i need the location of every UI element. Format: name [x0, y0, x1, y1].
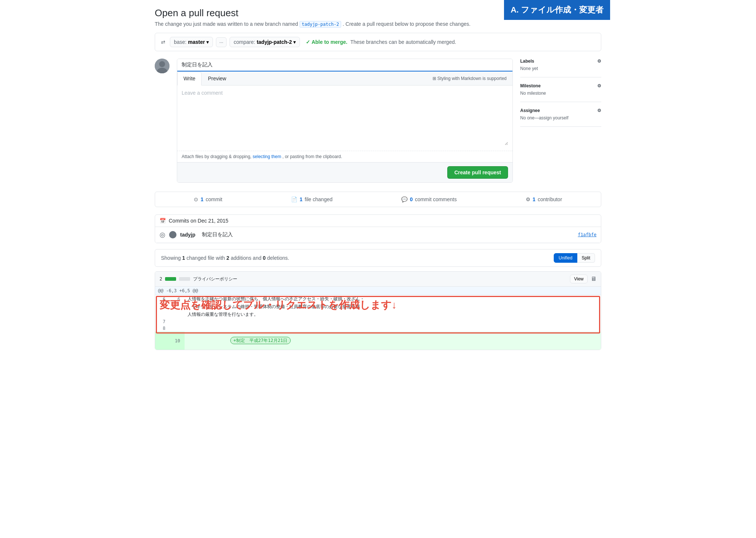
- pr-attach-area: Attach files by dragging & dropping, sel…: [177, 151, 512, 162]
- table-row: 、セキュリティシステムの維持・管理体制の整備・社員教育の徹底等の必要な措置を講: [155, 303, 601, 311]
- pr-title-input[interactable]: [177, 59, 512, 71]
- gear-icon-labels[interactable]: ⚙: [597, 59, 601, 64]
- tab-preview[interactable]: Preview: [202, 71, 232, 85]
- diff-table: 6 6 人情報を正確かつ最新の状態に保ち、個人情報への不正アクセス・紛失・破損・…: [155, 295, 601, 350]
- page-subtitle: The change you just made was written to …: [155, 21, 601, 27]
- pr-sidebar: Labels ⚙ None yet Milestone ⚙ No milesto…: [520, 59, 601, 183]
- commit-author: tadyjp: [180, 232, 195, 238]
- stat-commits: ⊙ 1 commit: [194, 196, 222, 202]
- monitor-icon[interactable]: 🖥: [591, 276, 596, 282]
- sidebar-labels-value: None yet: [520, 66, 601, 71]
- file-summary-bar: Showing 1 changed file with 2 additions …: [155, 249, 601, 267]
- stats-bar: ⊙ 1 commit 📄 1 file changed 💬 0 commit c…: [155, 192, 601, 207]
- pr-form: Write Preview ⊞ Styling with Markdown is…: [177, 59, 513, 183]
- markdown-label: ⊞ Styling with Markdown is supported: [427, 71, 512, 85]
- calendar-icon: 📅: [160, 218, 166, 224]
- pr-comment-area: [177, 85, 512, 151]
- unified-view-button[interactable]: Unified: [554, 253, 577, 263]
- comments-link[interactable]: 0: [410, 196, 413, 202]
- chevron-down-icon-2: ▾: [293, 39, 296, 45]
- sync-icon: ⇄: [161, 39, 165, 45]
- chevron-down-icon: ▾: [206, 39, 209, 45]
- file-stat-icon: 📄: [291, 196, 297, 202]
- pr-submit-row: Create pull request: [177, 162, 512, 182]
- base-branch-selector[interactable]: base: master ▾: [170, 37, 213, 47]
- contributor-stat-icon: ⚙: [526, 196, 531, 202]
- pr-tabs: Write Preview ⊞ Styling with Markdown is…: [177, 71, 512, 85]
- file-summary-text: Showing 1 changed file with 2 additions …: [161, 255, 289, 261]
- sidebar-labels-title: Labels ⚙: [520, 59, 601, 64]
- sidebar-milestone: Milestone ⚙ No milestone: [520, 77, 601, 102]
- diff-hunk-header: @@ -6,3 +6,5 @@: [155, 287, 601, 295]
- commits-section: 📅 Commits on Dec 21, 2015 ◎ tadyjp 制定日を記…: [155, 214, 601, 243]
- comment-stat-icon: 💬: [401, 196, 407, 202]
- neutral-bar: [179, 277, 190, 281]
- additions-bar: [165, 277, 176, 281]
- file-diff: 2 プライバシーポリシー View 🖥 @@ -6,3 +6,5 @@: [155, 271, 601, 350]
- sidebar-milestone-value: No milestone: [520, 91, 601, 96]
- split-view-button[interactable]: Split: [577, 253, 595, 263]
- commit-avatar: [169, 231, 176, 238]
- file-diff-name: 2 プライバシーポリシー: [160, 276, 237, 282]
- commits-link[interactable]: 1: [200, 196, 203, 202]
- view-file-button[interactable]: View: [570, 275, 588, 283]
- gear-icon-milestone[interactable]: ⚙: [597, 83, 601, 88]
- avatar: [155, 59, 169, 73]
- stat-contributors: ⚙ 1 contributor: [526, 196, 562, 202]
- merge-desc: These branches can be automatically merg…: [350, 39, 456, 45]
- commit-message: 制定日を記入: [202, 231, 574, 238]
- top-right-banner: A. ファイル作成・変更者: [504, 0, 610, 20]
- stat-comments: 💬 0 commit comments: [401, 196, 456, 202]
- files-link[interactable]: 1: [300, 196, 302, 202]
- contributors-link[interactable]: 1: [533, 196, 536, 202]
- tab-write[interactable]: Write: [177, 71, 202, 85]
- sidebar-assignee-title: Assignee ⚙: [520, 108, 601, 113]
- table-row: 7: [155, 318, 601, 325]
- pr-comment-textarea[interactable]: [182, 90, 508, 145]
- sidebar-labels: Labels ⚙ None yet: [520, 59, 601, 77]
- pr-form-area: Write Preview ⊞ Styling with Markdown is…: [155, 59, 601, 183]
- file-diff-header: 2 プライバシーポリシー View 🖥: [155, 272, 601, 287]
- table-row: 6 6 人情報を正確かつ最新の状態に保ち、個人情報への不正アクセス・紛失・破損・…: [155, 295, 601, 303]
- merge-status: ✓ Able to merge.: [306, 39, 347, 45]
- create-pr-button[interactable]: Create pull request: [447, 166, 508, 179]
- table-row: 人情報の厳重な管理を行ないます。: [155, 311, 601, 318]
- sidebar-milestone-title: Milestone ⚙: [520, 83, 601, 88]
- added-line-badge: +制定 平成27年12月21日: [230, 337, 291, 344]
- sidebar-assignee: Assignee ⚙ No one—assign yourself: [520, 102, 601, 127]
- selecting-them-link[interactable]: selecting them: [253, 154, 281, 159]
- commit-hash-link[interactable]: f1afbfe: [578, 232, 596, 237]
- commit-stat-icon: ⊙: [194, 196, 198, 202]
- branch-name-inline: tadyjp-patch-2: [300, 21, 341, 28]
- diff-rows-container: 変更点を確認してプル・リクエストを作成します↓ 6 6 人情報を正確かつ最新の状…: [155, 295, 601, 350]
- commits-header: 📅 Commits on Dec 21, 2015: [155, 215, 601, 227]
- file-name: プライバシーポリシー: [193, 276, 237, 282]
- gear-icon-assignee[interactable]: ⚙: [597, 108, 601, 113]
- file-number: 2: [160, 276, 162, 282]
- compare-branch-selector[interactable]: compare: tadyjp-patch-2 ▾: [230, 37, 300, 47]
- sidebar-assignee-value: No one—assign yourself: [520, 115, 601, 120]
- svg-point-1: [159, 61, 165, 67]
- commit-dot-icon: ◎: [160, 231, 165, 239]
- commit-row: ◎ tadyjp 制定日を記入 f1afbfe: [155, 227, 601, 243]
- branch-dots-button[interactable]: ···: [216, 37, 227, 47]
- diff-content-area: @@ -6,3 +6,5 @@ 変更点を確認してプル・リクエストを作成します↓ …: [155, 287, 601, 350]
- table-row-add: 10 +制定 平成27年12月21日: [155, 332, 601, 350]
- stat-files: 📄 1 file changed: [291, 196, 332, 202]
- diff-mode-buttons: Unified Split: [554, 253, 595, 263]
- branch-bar: ⇄ base: master ▾ ··· compare: tadyjp-pat…: [155, 33, 601, 51]
- table-row: 8: [155, 325, 601, 332]
